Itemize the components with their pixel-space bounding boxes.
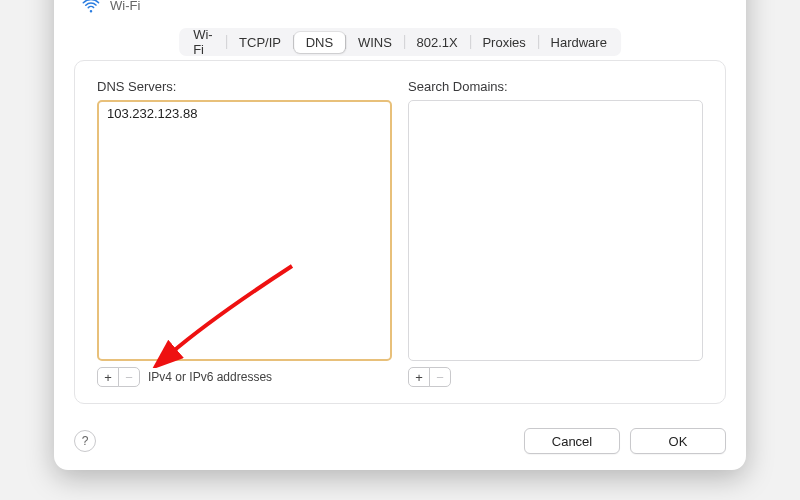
dns-panel: DNS Servers: 103.232.123.88 + − IPv4 or … <box>74 60 726 404</box>
sheet-header: Wi-Fi <box>82 0 140 14</box>
network-advanced-sheet: Wi-Fi Wi-Fi TCP/IP DNS WINS 802.1X Proxi… <box>54 0 746 470</box>
search-domains-list[interactable] <box>408 100 703 361</box>
tab-wifi[interactable]: Wi-Fi <box>181 24 226 60</box>
wifi-icon <box>82 0 100 14</box>
add-search-domain-button[interactable]: + <box>408 367 430 387</box>
remove-search-domain-button[interactable]: − <box>429 367 451 387</box>
dns-servers-list[interactable]: 103.232.123.88 <box>97 100 392 361</box>
remove-dns-server-button[interactable]: − <box>118 367 140 387</box>
tab-8021x[interactable]: 802.1X <box>405 32 470 53</box>
ok-button[interactable]: OK <box>630 428 726 454</box>
dns-server-row[interactable]: 103.232.123.88 <box>99 102 390 125</box>
search-domains-label: Search Domains: <box>408 79 703 94</box>
sheet-title: Wi-Fi <box>110 0 140 13</box>
sheet-footer: ? Cancel OK <box>74 428 726 454</box>
tab-hardware[interactable]: Hardware <box>539 32 619 53</box>
cancel-button[interactable]: Cancel <box>524 428 620 454</box>
help-button[interactable]: ? <box>74 430 96 452</box>
dns-servers-controls: + − IPv4 or IPv6 addresses <box>97 367 392 387</box>
tab-wins[interactable]: WINS <box>346 32 404 53</box>
tab-tcpip[interactable]: TCP/IP <box>227 32 293 53</box>
search-domains-controls: + − <box>408 367 703 387</box>
search-domains-column: Search Domains: + − <box>408 79 703 387</box>
dns-servers-column: DNS Servers: 103.232.123.88 + − IPv4 or … <box>97 79 392 387</box>
add-dns-server-button[interactable]: + <box>97 367 119 387</box>
dns-servers-label: DNS Servers: <box>97 79 392 94</box>
dns-hint: IPv4 or IPv6 addresses <box>148 370 272 384</box>
tab-proxies[interactable]: Proxies <box>470 32 537 53</box>
tab-bar: Wi-Fi TCP/IP DNS WINS 802.1X Proxies Har… <box>179 28 621 56</box>
tab-dns[interactable]: DNS <box>294 32 345 53</box>
